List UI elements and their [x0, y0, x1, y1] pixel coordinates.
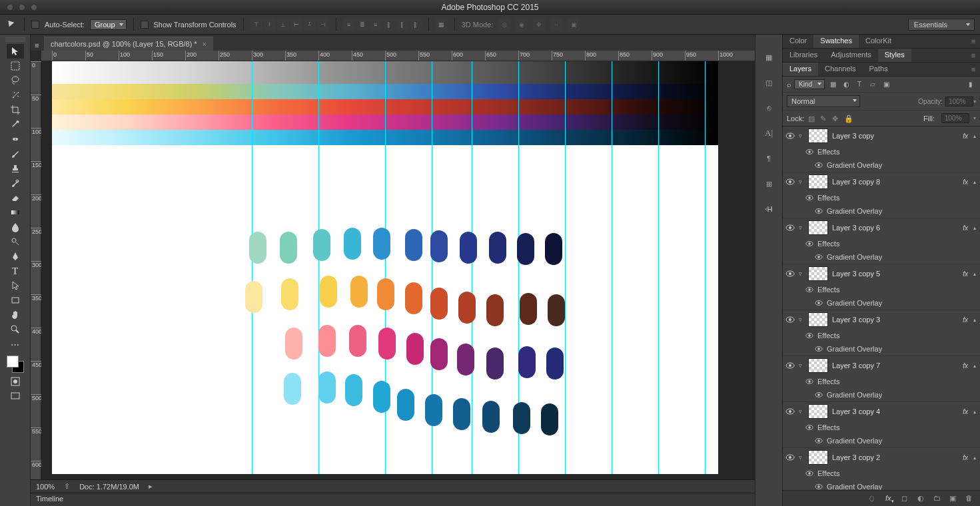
- character-panel-icon[interactable]: A|: [761, 126, 777, 140]
- status-menu-icon[interactable]: ▸: [149, 482, 153, 491]
- twirl-icon[interactable]: ▿: [799, 316, 804, 323]
- link-layers-icon[interactable]: ⬯: [869, 494, 879, 503]
- lock-all-icon[interactable]: 🔒: [844, 115, 852, 123]
- dist-bottom-icon[interactable]: ≡: [370, 19, 382, 31]
- panel-tab-channels[interactable]: Channels: [818, 63, 862, 76]
- document-tab[interactable]: chartcolors.psd @ 100% (Layer 15, RGB/8)…: [44, 37, 213, 51]
- layers-list[interactable]: ▿Layer 3 copyfx▴EffectsGradient Overlay▿…: [783, 126, 980, 490]
- dist-top-icon[interactable]: ≡: [343, 19, 355, 31]
- panel-tab-libraries[interactable]: Libraries: [783, 49, 824, 62]
- hand-tool[interactable]: [7, 308, 24, 322]
- visibility-icon[interactable]: [815, 298, 823, 308]
- new-layer-icon[interactable]: ▣: [949, 494, 959, 503]
- panel-tab-color[interactable]: Color: [783, 35, 813, 48]
- filter-adjust-icon[interactable]: ◐: [841, 80, 851, 89]
- properties-panel-icon[interactable]: ◫: [761, 76, 777, 89]
- layer-name[interactable]: Layer 3 copy 7: [832, 362, 880, 370]
- panel-tab-colorkit[interactable]: ColorKit: [859, 35, 898, 48]
- effects-row[interactable]: Effects: [783, 191, 980, 204]
- fx-badge[interactable]: fx: [963, 454, 968, 461]
- visibility-icon[interactable]: [785, 361, 795, 370]
- align-left-icon[interactable]: ⊢: [290, 19, 302, 31]
- stamp-tool[interactable]: [7, 161, 24, 176]
- layer-thumbnail[interactable]: [808, 174, 828, 189]
- visibility-icon[interactable]: [815, 482, 823, 490]
- layer-group-icon[interactable]: 🗀: [933, 494, 943, 503]
- ruler-horizontal[interactable]: 0501001502002503003504004505005506006507…: [41, 51, 755, 61]
- gradient-tool[interactable]: [7, 205, 24, 220]
- filter-pixel-icon[interactable]: ▦: [827, 80, 838, 89]
- gradient-overlay-row[interactable]: Gradient Overlay: [783, 158, 980, 172]
- visibility-icon[interactable]: [815, 344, 823, 354]
- blend-mode-dropdown[interactable]: Normal: [787, 95, 860, 107]
- align-vcenter-icon[interactable]: ⫲: [264, 19, 276, 31]
- visibility-icon[interactable]: [785, 407, 795, 416]
- adjustment-layer-icon[interactable]: ◐: [917, 494, 927, 503]
- panel-tab-swatches[interactable]: Swatches: [813, 35, 859, 48]
- zoom-level[interactable]: 100%: [36, 483, 55, 491]
- lock-position-icon[interactable]: ✥: [832, 115, 840, 123]
- visibility-icon[interactable]: [805, 331, 813, 340]
- blur-tool[interactable]: [7, 220, 24, 234]
- tab-grip-icon[interactable]: ≡: [35, 41, 41, 51]
- layer-thumbnail[interactable]: [808, 404, 828, 419]
- marquee-tool[interactable]: [7, 59, 24, 73]
- canvas[interactable]: [52, 61, 718, 474]
- twirl-icon[interactable]: ▿: [799, 178, 804, 185]
- visibility-icon[interactable]: [805, 285, 813, 294]
- visibility-icon[interactable]: [805, 423, 813, 432]
- quick-mask-icon[interactable]: [7, 374, 24, 389]
- fx-twirl-icon[interactable]: ▴: [973, 317, 976, 323]
- filter-type-icon[interactable]: T: [854, 80, 865, 89]
- gradient-overlay-row[interactable]: Gradient Overlay: [783, 342, 980, 356]
- fx-twirl-icon[interactable]: ▴: [973, 271, 976, 277]
- healing-tool[interactable]: [7, 132, 24, 146]
- layer-row[interactable]: ▿Layer 3 copyfx▴: [783, 126, 980, 145]
- visibility-icon[interactable]: [785, 177, 795, 186]
- layer-name[interactable]: Layer 3 copy 3: [832, 316, 880, 324]
- layer-name[interactable]: Layer 3 copy 2: [832, 453, 880, 461]
- pixel-grid-icon[interactable]: ⊞: [761, 177, 777, 190]
- fx-badge[interactable]: fx: [963, 132, 968, 140]
- type-tool[interactable]: T: [7, 264, 24, 278]
- layer-row[interactable]: ▿Layer 3 copy 4fx▴: [783, 402, 980, 421]
- eyedropper-tool[interactable]: [7, 117, 24, 132]
- visibility-icon[interactable]: [815, 390, 823, 399]
- visibility-icon[interactable]: [785, 315, 795, 324]
- effects-row[interactable]: Effects: [783, 421, 980, 434]
- rectangle-tool[interactable]: [7, 293, 24, 308]
- gradient-overlay-row[interactable]: Gradient Overlay: [783, 250, 980, 264]
- fx-badge[interactable]: fx: [963, 408, 968, 415]
- align-bottom-icon[interactable]: ⊥: [277, 19, 289, 31]
- toolbox-grip[interactable]: [5, 37, 25, 43]
- fx-badge[interactable]: fx: [963, 224, 968, 232]
- fx-twirl-icon[interactable]: ▴: [973, 133, 976, 139]
- eraser-tool[interactable]: [7, 190, 24, 205]
- gradient-overlay-row[interactable]: Gradient Overlay: [783, 480, 980, 490]
- crop-tool[interactable]: [7, 103, 24, 117]
- twirl-icon[interactable]: ▿: [799, 270, 804, 277]
- twirl-icon[interactable]: ▿: [799, 224, 804, 231]
- fx-badge[interactable]: fx: [963, 316, 968, 324]
- panel-menu-icon[interactable]: ≡: [967, 49, 980, 62]
- history-brush-tool[interactable]: [7, 176, 24, 190]
- path-select-tool[interactable]: [7, 278, 24, 293]
- dodge-tool[interactable]: [7, 234, 24, 249]
- fx-twirl-icon[interactable]: ▴: [973, 409, 976, 415]
- visibility-icon[interactable]: [815, 160, 823, 170]
- screen-mode-icon[interactable]: [7, 389, 24, 403]
- panel-menu-icon[interactable]: ≡: [967, 63, 980, 76]
- fx-twirl-icon[interactable]: ▴: [973, 225, 976, 231]
- brush-tool[interactable]: [7, 146, 24, 161]
- layer-name[interactable]: Layer 3 copy: [832, 132, 874, 140]
- layer-fx-icon[interactable]: fx▾: [885, 494, 895, 503]
- panel-menu-icon[interactable]: ≡: [967, 35, 980, 48]
- pen-tool[interactable]: [7, 249, 24, 264]
- visibility-icon[interactable]: [785, 453, 795, 462]
- layer-name[interactable]: Layer 3 copy 5: [832, 270, 880, 278]
- move-tool[interactable]: [7, 44, 24, 59]
- panel-tab-paths[interactable]: Paths: [863, 63, 895, 76]
- fx-twirl-icon[interactable]: ▴: [973, 179, 976, 185]
- fx-badge[interactable]: fx: [963, 178, 968, 186]
- twirl-icon[interactable]: ▿: [799, 408, 804, 415]
